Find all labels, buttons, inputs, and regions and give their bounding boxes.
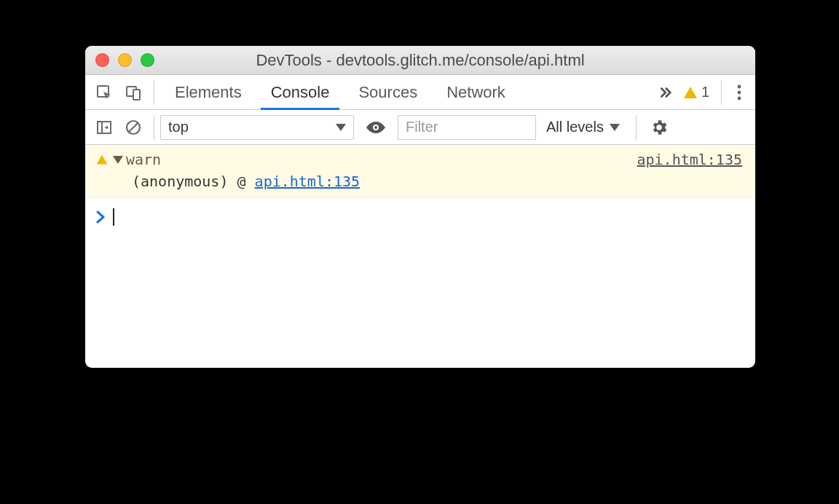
prompt-chevron-icon — [95, 210, 106, 224]
panel-tabs: Elements Console Sources Network — [160, 75, 650, 109]
svg-rect-6 — [98, 122, 111, 133]
inspect-element-icon[interactable] — [90, 78, 119, 107]
log-levels-select[interactable]: All levels — [536, 119, 630, 135]
window-titlebar: DevTools - devtools.glitch.me/console/ap… — [85, 46, 755, 75]
warning-count: 1 — [701, 84, 709, 101]
console-sidebar-toggle-icon[interactable] — [90, 113, 119, 142]
window-title: DevTools - devtools.glitch.me/console/ap… — [85, 51, 755, 70]
context-value: top — [168, 119, 189, 135]
minimize-window-button[interactable] — [118, 53, 132, 67]
svg-point-3 — [738, 84, 741, 88]
svg-rect-2 — [133, 90, 140, 100]
svg-point-4 — [738, 90, 741, 94]
separator — [636, 115, 637, 140]
tab-console[interactable]: Console — [256, 75, 344, 109]
stack-trace-row: (anonymous) @ api.html:135 — [95, 173, 742, 190]
message-text: warn — [126, 151, 161, 168]
console-prompt[interactable] — [85, 198, 755, 236]
main-tabstrip: Elements Console Sources Network 1 — [85, 75, 755, 110]
filter-input[interactable] — [398, 115, 536, 140]
trace-at: @ — [237, 173, 255, 190]
warnings-badge[interactable]: 1 — [678, 84, 715, 101]
warning-icon — [97, 155, 107, 165]
trace-function: (anonymous) — [132, 173, 228, 190]
tab-elements[interactable]: Elements — [160, 75, 256, 109]
warning-icon — [684, 87, 697, 98]
live-expression-icon[interactable] — [354, 120, 398, 135]
clear-console-icon[interactable] — [119, 113, 148, 142]
execution-context-select[interactable]: top — [160, 115, 354, 140]
console-warning-message[interactable]: warn api.html:135 (anonymous) @ api.html… — [85, 145, 755, 198]
tab-network[interactable]: Network — [432, 75, 520, 109]
close-window-button[interactable] — [95, 53, 109, 67]
message-summary-row: warn api.html:135 — [95, 151, 742, 168]
separator — [154, 115, 154, 140]
text-cursor — [113, 208, 114, 226]
device-toolbar-icon[interactable] — [119, 78, 148, 107]
zoom-window-button[interactable] — [141, 53, 154, 67]
console-output: warn api.html:135 (anonymous) @ api.html… — [85, 145, 755, 368]
message-source-link[interactable]: api.html:135 — [637, 151, 743, 168]
settings-menu-button[interactable] — [728, 84, 751, 101]
trace-source-link[interactable]: api.html:135 — [255, 173, 361, 190]
console-settings-icon[interactable] — [642, 118, 676, 137]
separator — [721, 80, 722, 105]
overflow-tabs-button[interactable] — [650, 84, 678, 101]
traffic-lights — [85, 53, 154, 67]
levels-label: All levels — [546, 119, 604, 135]
separator — [154, 80, 154, 105]
devtools-window: DevTools - devtools.glitch.me/console/ap… — [85, 46, 755, 368]
tab-sources[interactable]: Sources — [344, 75, 432, 109]
svg-point-9 — [374, 126, 377, 129]
chevron-down-icon — [336, 124, 346, 131]
chevron-down-icon — [610, 124, 620, 131]
disclosure-triangle-icon[interactable] — [113, 156, 123, 164]
svg-point-5 — [738, 96, 741, 100]
console-toolbar: top All levels — [85, 110, 755, 145]
